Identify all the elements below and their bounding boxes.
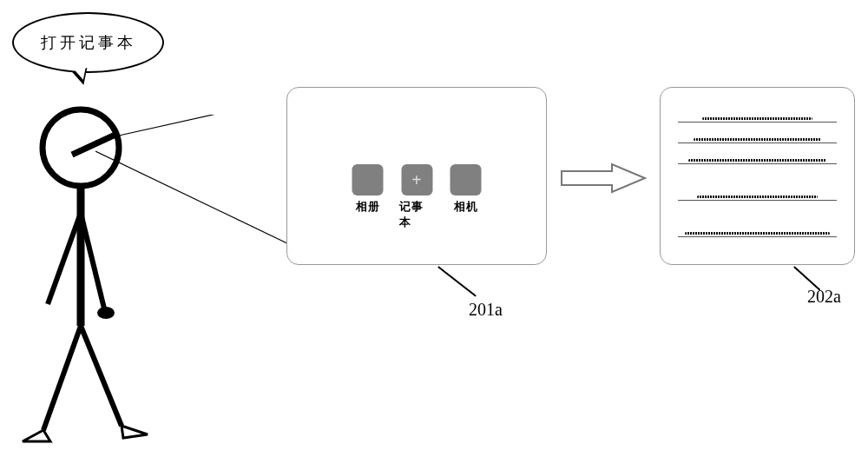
app-label: 相册: [356, 199, 380, 215]
apps-row: 相册 + 记事本 相机: [352, 164, 482, 230]
app-item-gallery[interactable]: 相册: [352, 164, 384, 230]
gallery-icon: [352, 164, 384, 196]
app-label: 相机: [454, 199, 478, 215]
stick-figure-svg: [17, 87, 156, 461]
reference-label-202a: 202a: [807, 287, 841, 307]
note-line: [678, 156, 837, 164]
app-item-camera[interactable]: 相机: [450, 164, 482, 230]
right-leg-icon: [81, 326, 122, 426]
note-line: [678, 192, 837, 201]
note-line: [678, 114, 837, 123]
reference-label-201a: 201a: [469, 300, 503, 320]
app-item-notepad[interactable]: + 记事本: [399, 164, 435, 230]
leader-line-201a: [438, 266, 477, 296]
notepad-icon: +: [401, 164, 432, 196]
left-leg-icon: [43, 326, 81, 430]
note-line: [678, 229, 837, 237]
left-arm-icon: [48, 213, 81, 304]
speech-bubble: 打开记事本: [12, 12, 164, 73]
left-foot-icon: [23, 430, 50, 441]
right-foot-icon: [122, 426, 148, 438]
notepad-screen: [660, 87, 855, 265]
right-hand-icon: [97, 307, 115, 319]
notepad-content: [678, 114, 837, 237]
app-label: 记事本: [399, 199, 435, 230]
app-launcher-screen: 相册 + 记事本 相机: [286, 87, 547, 265]
stick-figure: [17, 87, 156, 452]
speech-text: 打开记事本: [41, 32, 136, 53]
notepad-icon-glyph: +: [411, 170, 421, 190]
note-line: [678, 135, 837, 143]
camera-icon: [450, 164, 482, 196]
transition-arrow-icon: [560, 161, 647, 196]
svg-marker-2: [562, 164, 645, 192]
